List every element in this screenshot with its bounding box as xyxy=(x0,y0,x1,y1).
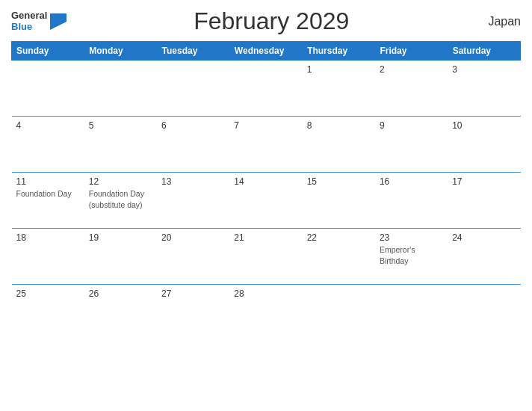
calendar-week-row: 25262728 xyxy=(12,285,521,341)
logo: General Blue xyxy=(11,10,66,32)
day-number: 5 xyxy=(89,120,152,131)
calendar-cell: 25 xyxy=(12,285,84,341)
day-number: 28 xyxy=(234,288,297,299)
page-title: February 2029 xyxy=(66,7,476,35)
day-number: 15 xyxy=(307,176,371,187)
calendar-cell: 6 xyxy=(157,117,229,173)
calendar-header: SundayMondayTuesdayWednesdayThursdayFrid… xyxy=(12,42,521,61)
header: General Blue February 2029 Japan xyxy=(11,7,521,35)
weekday-header: Wednesday xyxy=(229,42,302,61)
calendar-cell xyxy=(12,61,84,117)
calendar-cell: 10 xyxy=(448,117,520,173)
calendar-cell: 1 xyxy=(303,61,375,117)
day-number: 27 xyxy=(161,288,225,299)
day-number: 12 xyxy=(89,176,152,187)
calendar-cell: 3 xyxy=(448,61,520,117)
calendar-page: General Blue February 2029 Japan SundayM… xyxy=(0,0,532,411)
weekday-header: Tuesday xyxy=(157,42,229,61)
weekday-header: Monday xyxy=(84,42,157,61)
calendar-cell: 26 xyxy=(84,285,157,341)
day-number: 1 xyxy=(307,64,371,75)
day-number: 10 xyxy=(452,120,516,131)
calendar-cell: 24 xyxy=(448,229,520,285)
day-number: 9 xyxy=(380,120,443,131)
day-number: 6 xyxy=(161,120,225,131)
calendar-week-row: 11Foundation Day12Foundation Day (substi… xyxy=(12,173,521,229)
weekday-header: Saturday xyxy=(448,42,520,61)
calendar-body: 1234567891011Foundation Day12Foundation … xyxy=(12,61,521,341)
calendar-cell: 12Foundation Day (substitute day) xyxy=(84,173,157,229)
calendar-cell: 16 xyxy=(375,173,448,229)
day-event: Foundation Day (substitute day) xyxy=(89,189,144,209)
day-number: 24 xyxy=(452,232,516,243)
svg-marker-0 xyxy=(50,13,66,30)
day-event: Emperor's Birthday xyxy=(380,245,415,265)
calendar-cell: 9 xyxy=(375,117,448,173)
day-number: 8 xyxy=(307,120,371,131)
day-number: 20 xyxy=(161,232,225,243)
calendar-week-row: 123 xyxy=(12,61,521,117)
logo-general-text: General xyxy=(11,10,47,21)
day-number: 21 xyxy=(234,232,297,243)
calendar-cell: 19 xyxy=(84,229,157,285)
calendar-cell: 2 xyxy=(375,61,448,117)
day-number: 25 xyxy=(16,288,80,299)
day-number: 26 xyxy=(89,288,152,299)
calendar-cell: 4 xyxy=(12,117,84,173)
calendar-cell: 22 xyxy=(303,229,375,285)
day-number: 4 xyxy=(16,120,80,131)
calendar-cell: 20 xyxy=(157,229,229,285)
calendar-week-row: 181920212223Emperor's Birthday24 xyxy=(12,229,521,285)
calendar-cell xyxy=(157,61,229,117)
day-number: 2 xyxy=(380,64,443,75)
calendar-cell xyxy=(84,61,157,117)
day-number: 3 xyxy=(452,64,516,75)
day-number: 16 xyxy=(380,176,443,187)
day-number: 11 xyxy=(16,176,80,187)
calendar-cell: 17 xyxy=(448,173,520,229)
logo-blue-text: Blue xyxy=(11,22,47,32)
calendar-cell: 5 xyxy=(84,117,157,173)
calendar-cell: 11Foundation Day xyxy=(12,173,84,229)
weekday-header: Friday xyxy=(375,42,448,61)
weekday-header: Thursday xyxy=(303,42,375,61)
calendar-cell: 7 xyxy=(229,117,302,173)
calendar-cell: 8 xyxy=(303,117,375,173)
calendar-week-row: 45678910 xyxy=(12,117,521,173)
day-number: 17 xyxy=(452,176,516,187)
calendar-table: SundayMondayTuesdayWednesdayThursdayFrid… xyxy=(11,41,521,341)
calendar-cell xyxy=(303,285,375,341)
weekday-header: Sunday xyxy=(12,42,84,61)
day-number: 22 xyxy=(307,232,371,243)
calendar-cell: 27 xyxy=(157,285,229,341)
day-event: Foundation Day xyxy=(16,189,72,198)
day-number: 23 xyxy=(380,232,443,243)
calendar-cell xyxy=(229,61,302,117)
day-number: 19 xyxy=(89,232,152,243)
calendar-cell: 18 xyxy=(12,229,84,285)
day-number: 7 xyxy=(234,120,297,131)
logo-flag-icon xyxy=(50,13,66,30)
day-number: 14 xyxy=(234,176,297,187)
country-label: Japan xyxy=(476,15,521,28)
calendar-cell: 21 xyxy=(229,229,302,285)
calendar-cell: 15 xyxy=(303,173,375,229)
calendar-cell xyxy=(448,285,520,341)
day-number: 18 xyxy=(16,232,80,243)
calendar-cell: 14 xyxy=(229,173,302,229)
calendar-cell xyxy=(375,285,448,341)
calendar-cell: 28 xyxy=(229,285,302,341)
calendar-cell: 23Emperor's Birthday xyxy=(375,229,448,285)
calendar-cell: 13 xyxy=(157,173,229,229)
day-number: 13 xyxy=(161,176,225,187)
